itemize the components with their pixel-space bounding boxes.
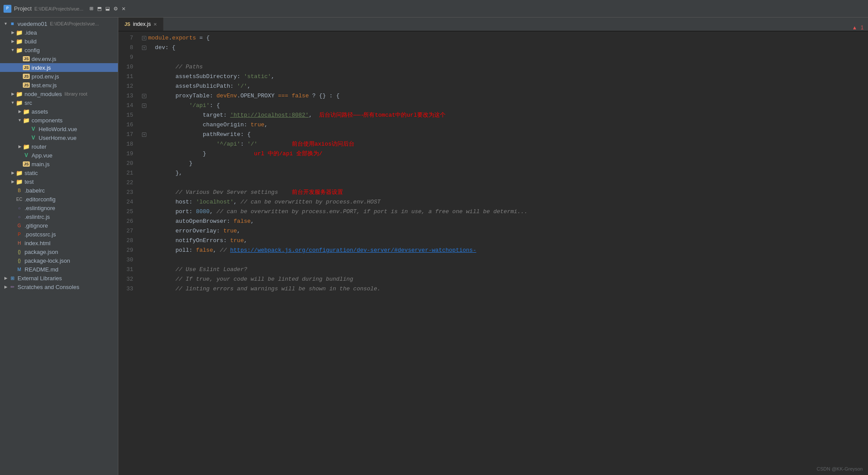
tree-arrow-icon: ▼: [10, 47, 16, 53]
folder-icon: 📁: [16, 46, 23, 54]
tree-arrow-icon: [10, 249, 16, 255]
tree-arrow-icon: [17, 64, 23, 71]
sidebar-item-postcssrc[interactable]: P.postcssrc.js: [0, 230, 118, 239]
sidebar-item-main-js[interactable]: JSmain.js: [0, 160, 118, 168]
tab-close-button[interactable]: ✕: [153, 22, 157, 27]
fold-indicator[interactable]: ▾: [140, 33, 148, 43]
sidebar-item-readme[interactable]: MREADME.md: [0, 265, 118, 274]
token-comment: // Paths: [148, 62, 203, 72]
sidebar-item-static[interactable]: ▶📁static: [0, 168, 118, 177]
sidebar-item-userhome-vue[interactable]: VUserHome.vue: [0, 133, 118, 142]
line-number: 23: [118, 188, 133, 197]
tree-item-label: router: [32, 143, 46, 150]
folder-icon: 📁: [16, 38, 23, 45]
collapse-icon[interactable]: ⬓: [106, 5, 109, 12]
grid-icon[interactable]: ⊞: [89, 5, 93, 12]
fold-indicator: [140, 197, 148, 207]
code-line: '^/api': '/' 前台使用axios访问后台: [148, 139, 859, 149]
sidebar-item-eslintrc[interactable]: ○.eslintrc.js: [0, 212, 118, 221]
code-line: notifyOnErrors: true,: [148, 236, 859, 246]
sidebar-item-eslintignore[interactable]: ○.eslintignore: [0, 204, 118, 212]
sidebar-item-package-json[interactable]: {}package.json: [0, 247, 118, 256]
token-punc: ,: [234, 197, 241, 207]
sidebar-item-index-html[interactable]: Hindex.html: [0, 239, 118, 247]
project-icon: P: [4, 5, 11, 13]
line-number: 29: [118, 246, 133, 255]
code-line: port: 8080, // can be overwritten by pro…: [148, 207, 859, 217]
sidebar-item-idea[interactable]: ▶📁.idea: [0, 28, 118, 37]
sidebar-item-index-js-file[interactable]: JSindex.js: [0, 63, 118, 72]
tree-item-label: UserHome.vue: [39, 135, 77, 141]
sidebar-item-scratches[interactable]: ▶✏Scratches and Consoles: [0, 282, 118, 291]
sidebar-item-test-env-js[interactable]: JStest.env.js: [0, 81, 118, 89]
project-path: E:\IDEA\Projects\vue...: [34, 6, 83, 11]
js-icon: JS: [23, 73, 30, 80]
fold-indicator: [140, 284, 148, 294]
sidebar-item-project-root[interactable]: ▼■vuedemo01E:\IDEA\Projects\vue...: [0, 19, 118, 28]
token-punc: [258, 139, 292, 149]
fold-indicator[interactable]: ▾: [140, 43, 148, 53]
code-line: assetsPublicPath: '/',: [148, 82, 859, 91]
settings-icon[interactable]: ⚙: [114, 5, 117, 12]
tree-item-label: build: [25, 38, 36, 45]
token-annotation-red: 前台使用axios访问后台: [292, 139, 354, 149]
tree-arrow-icon: [10, 214, 16, 220]
fold-indicator: [140, 236, 148, 246]
token-prop: host:: [148, 197, 196, 207]
sidebar-item-assets[interactable]: ▶📁assets: [0, 107, 118, 116]
sidebar-item-babelrc[interactable]: B.babelrc: [0, 186, 118, 195]
sidebar-item-src[interactable]: ▼📁src: [0, 98, 118, 107]
tree-item-label: config: [25, 47, 40, 54]
sidebar-item-gitignore[interactable]: G.gitignore: [0, 221, 118, 230]
sidebar-item-editorconfig[interactable]: EC.editorconfig: [0, 195, 118, 204]
code-line: // linting errors and warnings will be s…: [148, 284, 859, 294]
tree-arrow-icon: [10, 240, 16, 246]
sidebar-item-node-modules[interactable]: ▶📁node_moduleslibrary root: [0, 89, 118, 98]
sidebar-item-test[interactable]: ▶📁test: [0, 177, 118, 186]
tree-item-label: prod.env.js: [32, 73, 59, 80]
tree-arrow-icon: ▶: [10, 29, 16, 36]
tree-arrow-icon: [10, 187, 16, 193]
sidebar-item-router[interactable]: ▶📁router: [0, 142, 118, 151]
code-container: 7891011121314151617181920212223242526272…: [118, 32, 868, 475]
tree-item-label: package.json: [25, 249, 58, 255]
tree-item-label: package-lock.json: [25, 257, 70, 264]
eslint-icon: ○: [16, 213, 23, 220]
token-prop: proxyTable:: [148, 91, 216, 101]
close-icon[interactable]: ✕: [122, 5, 125, 12]
fold-indicator[interactable]: ▾: [140, 130, 148, 139]
sidebar-item-helloworld-vue[interactable]: VHelloWorld.vue: [0, 125, 118, 133]
code-line: poll: false, // https://webpack.js.org/c…: [148, 246, 859, 255]
fold-indicator: [140, 53, 148, 62]
sidebar-item-dev-env-js[interactable]: JSdev.env.js: [0, 54, 118, 63]
tree-arrow-icon: ▼: [17, 117, 23, 123]
sidebar-item-build[interactable]: ▶📁build: [0, 37, 118, 46]
fold-indicator[interactable]: ▾: [140, 91, 148, 101]
eslint-icon: ○: [16, 204, 23, 211]
js-icon: JS: [23, 82, 30, 89]
folder-icon: 📁: [16, 178, 23, 185]
token-punc: : {: [209, 101, 220, 111]
token-prop: autoOpenBrowser:: [148, 217, 234, 226]
tab-index-js[interactable]: JS index.js ✕: [118, 18, 163, 31]
sidebar-item-package-lock[interactable]: {}package-lock.json: [0, 256, 118, 265]
sidebar-item-external-libs[interactable]: ▶⊞External Libraries: [0, 274, 118, 282]
code-line: },: [148, 168, 859, 178]
token-str: 'static': [244, 72, 271, 82]
js-icon: JS: [23, 64, 30, 71]
tree-item-sub: E:\IDEA\Projects\vue...: [50, 21, 99, 26]
tree-item-label: External Libraries: [18, 275, 62, 282]
expand-icon[interactable]: ⬒: [98, 5, 101, 12]
sidebar-item-config[interactable]: ▼📁config: [0, 46, 118, 54]
fold-indicator[interactable]: ▾: [140, 101, 148, 111]
sidebar-item-app-vue[interactable]: VApp.vue: [0, 151, 118, 160]
sidebar-item-components[interactable]: ▼📁components: [0, 116, 118, 125]
line-number: 30: [118, 255, 133, 265]
code-line: proxyTable: devEnv.OPEN_PROXY === false …: [148, 91, 859, 101]
editor-area[interactable]: JS index.js ✕ ▲ 1 7891011121314151617181…: [118, 18, 868, 475]
tree-item-label: .postcssrc.js: [25, 231, 56, 238]
sidebar-item-prod-env-js[interactable]: JSprod.env.js: [0, 72, 118, 81]
line-number: 33: [118, 284, 133, 294]
tree-item-label: App.vue: [32, 152, 53, 159]
fold-gutter: ▾▾▾▾▾: [140, 33, 148, 475]
